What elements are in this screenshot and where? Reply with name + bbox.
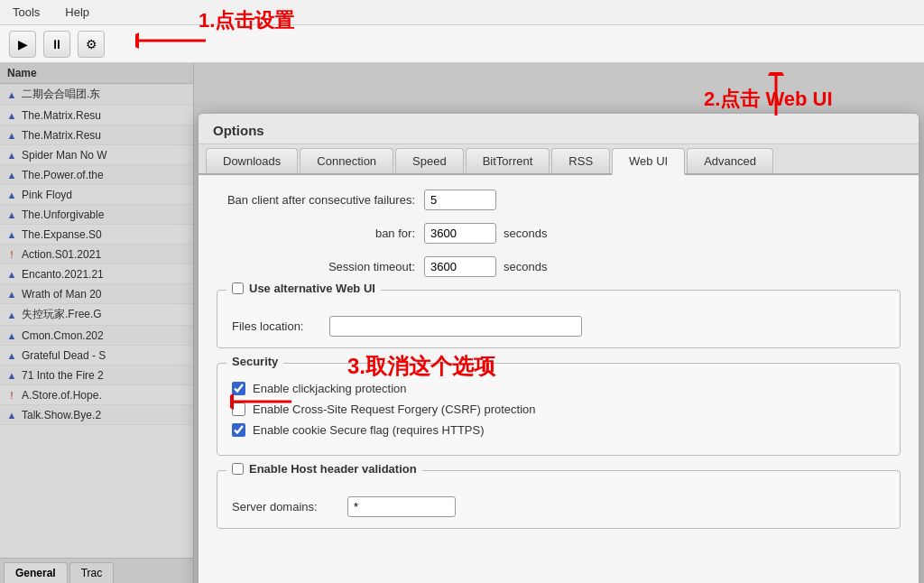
files-location-row: Files location: [232, 316, 885, 337]
cookie-checkbox[interactable] [232, 423, 245, 437]
session-timeout-unit: seconds [504, 260, 547, 273]
ban-for-unit: seconds [504, 227, 547, 240]
session-timeout-label: Session timeout: [217, 260, 415, 273]
security-title: Security [226, 355, 283, 368]
ban-for-input[interactable] [424, 223, 496, 244]
server-domains-input[interactable] [347, 496, 456, 517]
settings-button[interactable]: ⚙ [78, 31, 105, 58]
alt-webui-content: Files location: [232, 301, 885, 337]
server-domains-label: Server domains: [232, 500, 340, 514]
alt-webui-checkbox[interactable] [232, 282, 244, 294]
ban-for-label: ban for: [217, 227, 415, 240]
options-tab-web-ui[interactable]: Web UI [612, 148, 685, 175]
options-tab-downloads[interactable]: Downloads [206, 148, 298, 173]
main-layout: Name ▲二期会合唱团.东▲The.Matrix.Resu▲The.Matri… [0, 63, 924, 583]
menu-tools[interactable]: Tools [7, 4, 45, 21]
options-tab-connection[interactable]: Connection [300, 148, 393, 173]
files-location-label: Files location: [232, 319, 322, 333]
ban-client-row: Ban client after consecutive failures: [217, 190, 901, 210]
options-title: Options [199, 114, 919, 144]
security-section: Security Enable clickjacking protection … [217, 363, 901, 456]
host-header-title: Enable Host header validation [226, 462, 422, 476]
files-location-input[interactable] [329, 316, 582, 337]
host-header-checkbox[interactable] [232, 463, 244, 475]
alt-webui-title: Use alternative Web UI [226, 282, 381, 295]
clickjacking-checkbox[interactable] [232, 382, 245, 395]
options-overlay: Options DownloadsConnectionSpeedBitTorre… [0, 63, 924, 583]
alt-webui-section: Use alternative Web UI Files location: [217, 290, 901, 348]
toolbar: ▶ ⏸ ⚙ [0, 25, 924, 63]
csrf-checkbox[interactable] [232, 403, 245, 416]
menu-bar: Tools Help [0, 0, 924, 25]
csrf-label: Enable Cross-Site Request Forgery (CSRF)… [253, 403, 536, 416]
ban-client-input[interactable] [424, 190, 496, 210]
options-content: Ban client after consecutive failures: b… [199, 175, 919, 583]
play-button[interactable]: ▶ [9, 31, 36, 58]
options-tabs: DownloadsConnectionSpeedBitTorrentRSSWeb… [199, 144, 919, 175]
pause-button[interactable]: ⏸ [43, 31, 70, 58]
clickjacking-label: Enable clickjacking protection [253, 382, 407, 395]
cookie-row: Enable cookie Secure flag (requires HTTP… [232, 423, 885, 437]
server-domains-row: Server domains: [232, 496, 885, 517]
host-header-content: Server domains: [232, 482, 885, 517]
clickjacking-row: Enable clickjacking protection [232, 382, 885, 395]
csrf-row: Enable Cross-Site Request Forgery (CSRF)… [232, 403, 885, 416]
options-tab-rss[interactable]: RSS [551, 148, 610, 173]
ban-client-label: Ban client after consecutive failures: [217, 193, 415, 207]
options-tab-bittorrent[interactable]: BitTorrent [466, 148, 550, 173]
session-timeout-row: Session timeout: seconds [217, 256, 901, 277]
host-header-section: Enable Host header validation Server dom… [217, 470, 901, 529]
cookie-label: Enable cookie Secure flag (requires HTTP… [253, 423, 485, 437]
menu-help[interactable]: Help [60, 4, 95, 21]
session-timeout-input[interactable] [424, 256, 496, 277]
ban-for-row: ban for: seconds [217, 223, 901, 244]
options-dialog: Options DownloadsConnectionSpeedBitTorre… [198, 113, 919, 583]
options-tab-advanced[interactable]: Advanced [687, 148, 773, 173]
options-tab-speed[interactable]: Speed [395, 148, 464, 173]
security-content: Enable clickjacking protection Enable Cr… [232, 375, 885, 437]
